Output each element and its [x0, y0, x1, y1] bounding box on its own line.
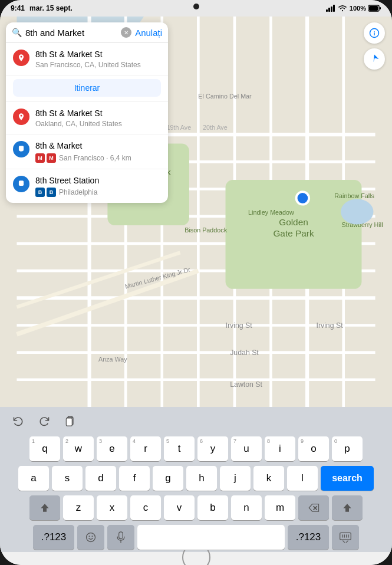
backspace-button[interactable]: [298, 495, 329, 520]
key-row-bottom: .?123 .?123: [2, 525, 390, 550]
svg-text:El Camino Del Mar: El Camino Del Mar: [198, 93, 252, 100]
key-f[interactable]: f: [119, 466, 150, 491]
result-item[interactable]: 8th & Market M M San Francisco · 6,4 km: [6, 134, 168, 169]
svg-text:Judah St: Judah St: [230, 349, 259, 357]
wifi-icon: [338, 5, 347, 12]
svg-rect-5: [369, 6, 378, 11]
result-transit-icon: [13, 176, 29, 192]
result-text: 8th Street Station B B Philadelphia: [35, 175, 161, 197]
key-w[interactable]: 2w: [63, 436, 94, 461]
key-j[interactable]: j: [220, 466, 251, 491]
paste-button[interactable]: [61, 412, 79, 429]
keyboard-area: 1q 2w 3e 4r 5t 6y 7u 8i 9o 0p a s d f g …: [0, 407, 392, 552]
svg-rect-54: [20, 152, 23, 152]
svg-text:Bison Paddock: Bison Paddock: [185, 226, 227, 234]
transit-badges: M M San Francisco · 6,4 km: [35, 153, 161, 163]
shift-button[interactable]: [29, 495, 60, 520]
svg-point-61: [92, 536, 93, 537]
number-mode-button[interactable]: .?123: [33, 525, 74, 550]
cancel-button[interactable]: Anulați: [135, 28, 162, 38]
search-bar: 🔍 8th and Market ✕ Anulați: [6, 22, 168, 43]
redo-button[interactable]: [35, 412, 53, 429]
itinerary-button[interactable]: Itinerar: [13, 79, 161, 97]
svg-point-42: [341, 199, 373, 224]
location-arrow-icon: [369, 54, 380, 64]
key-i[interactable]: 8i: [265, 436, 295, 461]
battery-level: 100%: [350, 5, 366, 12]
svg-text:Anza Way: Anza Way: [98, 356, 127, 363]
svg-text:Golden: Golden: [279, 217, 308, 227]
svg-text:20th Ave: 20th Ave: [203, 124, 228, 131]
key-o[interactable]: 9o: [298, 436, 329, 461]
camera-notch: [193, 4, 199, 9]
key-u[interactable]: 7u: [231, 436, 262, 461]
space-button[interactable]: [137, 525, 285, 550]
result-title: 8th Street Station: [35, 175, 161, 186]
undo-button[interactable]: [9, 412, 27, 429]
svg-point-49: [297, 192, 309, 205]
search-button[interactable]: search: [321, 466, 374, 491]
key-h[interactable]: h: [186, 466, 217, 491]
key-e[interactable]: 3e: [97, 436, 127, 461]
signal-icon: [326, 5, 335, 12]
key-m[interactable]: m: [265, 495, 295, 520]
paste-icon: [64, 415, 76, 426]
search-icon: 🔍: [12, 28, 22, 37]
key-b[interactable]: b: [197, 495, 228, 520]
result-item[interactable]: 8th St & Market St San Francisco, CA, Un…: [6, 43, 168, 75]
result-transit-icon: [13, 141, 29, 157]
result-title: 8th St & Market St: [35, 108, 161, 119]
key-s[interactable]: s: [52, 466, 83, 491]
result-item[interactable]: 8th Street Station B B Philadelphia: [6, 169, 168, 203]
emoji-button[interactable]: [77, 525, 104, 550]
key-x[interactable]: x: [97, 495, 127, 520]
location-button[interactable]: [364, 48, 385, 70]
key-c[interactable]: c: [130, 495, 161, 520]
key-v[interactable]: v: [164, 495, 195, 520]
key-g[interactable]: g: [153, 466, 183, 491]
svg-rect-62: [119, 532, 123, 539]
key-r[interactable]: 4r: [130, 436, 161, 461]
result-title: 8th St & Market St: [35, 49, 161, 60]
key-t[interactable]: 5t: [164, 436, 195, 461]
key-q[interactable]: 1q: [29, 436, 60, 461]
svg-text:Lindley Meadow: Lindley Meadow: [248, 209, 294, 216]
key-y[interactable]: 6y: [197, 436, 228, 461]
clear-button[interactable]: ✕: [121, 27, 131, 38]
search-input-value[interactable]: 8th and Market: [25, 28, 117, 38]
key-row-3: z x c v b n m: [2, 495, 390, 520]
undo-icon: [12, 415, 24, 426]
key-k[interactable]: k: [253, 466, 284, 491]
key-a[interactable]: a: [18, 466, 49, 491]
key-d[interactable]: d: [85, 466, 116, 491]
key-p[interactable]: 0p: [332, 436, 363, 461]
muni-badge-2: M: [47, 153, 56, 163]
result-item[interactable]: 8th St & Market St Oakland, CA, United S…: [6, 102, 168, 134]
result-text: 8th & Market M M San Francisco · 6,4 km: [35, 140, 161, 162]
key-n[interactable]: n: [231, 495, 262, 520]
number-mode-right-button[interactable]: .?123: [288, 525, 329, 550]
key-l[interactable]: l: [287, 466, 318, 491]
mic-icon: [116, 531, 126, 543]
result-subtitle: San Francisco, CA, United States: [35, 61, 161, 69]
info-button[interactable]: i: [364, 22, 385, 44]
mic-button[interactable]: [107, 525, 134, 550]
home-bar: [0, 552, 392, 565]
shift-right-button[interactable]: [332, 495, 363, 520]
keyboard-dismiss-button[interactable]: [332, 525, 359, 550]
itinerary-section: Itinerar: [6, 75, 168, 102]
device-frame: 9:41 mar. 15 sept. 100%: [0, 0, 392, 565]
svg-rect-53: [19, 146, 24, 152]
transit-distance: San Francisco · 6,4 km: [59, 154, 131, 162]
svg-text:Irving St: Irving St: [316, 321, 343, 330]
transit-city: Philadelphia: [59, 188, 97, 196]
result-subtitle: Oakland, CA, United States: [35, 120, 161, 128]
svg-rect-1: [328, 8, 330, 12]
svg-text:Gate Park: Gate Park: [273, 228, 314, 238]
key-z[interactable]: z: [63, 495, 94, 520]
keyboard-dismiss-icon: [339, 532, 352, 543]
shift-icon: [39, 502, 50, 513]
emoji-icon: [85, 531, 97, 543]
info-icon: i: [369, 28, 380, 38]
svg-rect-58: [66, 418, 72, 426]
